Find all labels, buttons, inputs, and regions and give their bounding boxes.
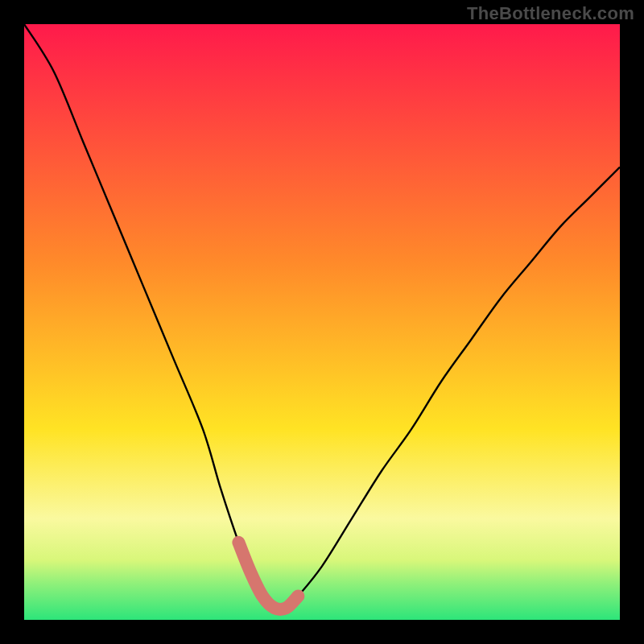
chart-svg [24,24,620,620]
chart-container: TheBottleneck.com [0,0,644,644]
gradient-background [24,24,620,620]
plot-area [24,24,620,620]
watermark-text: TheBottleneck.com [467,3,634,24]
